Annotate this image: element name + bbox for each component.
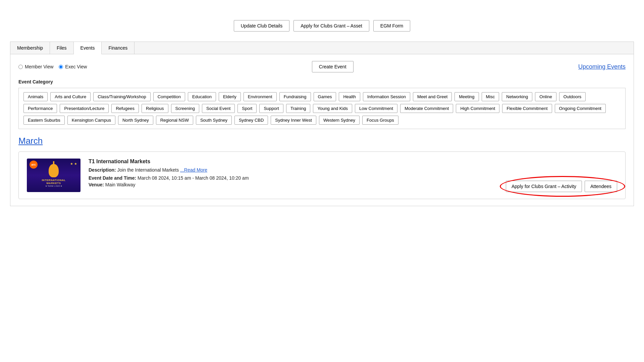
category-tag[interactable]: Animals [23, 92, 48, 101]
member-view-radio-label[interactable]: Member View [18, 64, 53, 69]
tab-membership[interactable]: Membership [10, 42, 50, 54]
venue-value: Main Walkway [105, 182, 136, 187]
market-label: INTERNATIONALMARKETS [42, 179, 65, 185]
category-tag[interactable]: Online [535, 92, 556, 101]
member-view-radio[interactable] [18, 65, 23, 69]
event-date-meta: Event Date and Time: March 08 2024, 10:1… [89, 175, 498, 181]
market-lantern [49, 164, 59, 177]
exec-view-radio[interactable] [59, 65, 63, 69]
event-venue-meta: Venue: Main Walkway [89, 182, 498, 187]
event-category-box: AnimalsArts and CultureClass/Training/Wo… [18, 88, 626, 129]
category-tag[interactable]: North Sydney [118, 116, 153, 125]
category-tag[interactable]: Elderly [219, 92, 241, 101]
category-tag[interactable]: Screening [171, 104, 200, 113]
events-tab-content: Member View Exec View Create Event Upcom… [10, 54, 634, 206]
tab-bar: Membership Files Events Finances [10, 42, 634, 54]
exec-view-radio-label[interactable]: Exec View [59, 64, 87, 69]
category-tag[interactable]: Misc [482, 92, 499, 101]
top-actions-bar: Update Club Details Apply for Clubs Gran… [0, 0, 644, 42]
category-tag[interactable]: Competition [153, 92, 185, 101]
category-tag[interactable]: Kensington Campus [67, 116, 115, 125]
category-tag[interactable]: Sydney CBD [234, 116, 268, 125]
venue-label: Venue: [89, 182, 104, 187]
tab-finances[interactable]: Finances [102, 42, 135, 54]
tab-files[interactable]: Files [50, 42, 74, 54]
market-stars: ★ ★ [70, 162, 77, 166]
category-tag[interactable]: High Commitment [456, 104, 499, 113]
category-tag[interactable]: Class/Training/Workshop [93, 92, 151, 101]
category-tag[interactable]: Information Session [363, 92, 410, 101]
event-description: Description: Join the International Mark… [89, 167, 498, 173]
member-view-label: Member View [25, 64, 53, 69]
category-tag[interactable]: Low Commitment [355, 104, 397, 113]
egm-form-button[interactable]: EGM Form [373, 20, 410, 32]
category-tag[interactable]: Presentation/Lecture [60, 104, 109, 113]
event-category-heading: Event Category [18, 79, 626, 84]
category-tag[interactable]: Education [188, 92, 216, 101]
read-more-link[interactable]: ...Read More [180, 167, 207, 173]
category-tag[interactable]: Regional NSW [156, 116, 193, 125]
category-tag[interactable]: Flexible Commitment [502, 104, 552, 113]
event-card: arc ★ ★ INTERNATIONALMARKETS ★ TERM 1 20… [18, 152, 626, 199]
category-tag[interactable]: Games [314, 92, 336, 101]
view-toggle-row: Member View Exec View Create Event Upcom… [18, 61, 626, 72]
category-tag[interactable]: Western Sydney [319, 116, 360, 125]
view-radio-group: Member View Exec View [18, 64, 87, 69]
exec-view-label: Exec View [65, 64, 87, 69]
category-tag[interactable]: Focus Groups [362, 116, 398, 125]
category-tag[interactable]: Training [286, 104, 310, 113]
date-value: March 08 2024, 10:15 am - March 08 2024,… [138, 175, 249, 181]
category-tag[interactable]: Outdoors [559, 92, 586, 101]
category-tag[interactable]: South Sydney [196, 116, 232, 125]
apply-for-clubs-grant-asset-button[interactable]: Apply for Clubs Grant – Asset [293, 20, 369, 32]
upcoming-events-link[interactable]: Upcoming Events [578, 63, 626, 70]
date-label: Event Date and Time: [89, 175, 136, 181]
event-title: T1 International Markets [89, 159, 498, 165]
main-container: Membership Files Events Finances Member … [10, 42, 634, 206]
event-actions-row: Apply for Clubs Grant – Activity Attende… [506, 181, 617, 192]
attendees-button[interactable]: Attendees [585, 181, 617, 192]
category-tag[interactable]: Young and Kids [313, 104, 352, 113]
description-label: Description: [89, 167, 116, 173]
event-actions: Apply for Clubs Grant – Activity Attende… [506, 181, 617, 192]
category-tag[interactable]: Networking [502, 92, 532, 101]
arc-logo: arc [30, 161, 38, 169]
apply-for-clubs-grant-activity-button[interactable]: Apply for Clubs Grant – Activity [506, 181, 582, 192]
month-heading[interactable]: March [18, 136, 626, 146]
category-tag[interactable]: Meet and Greet [413, 92, 452, 101]
category-tag[interactable]: Fundraising [279, 92, 311, 101]
category-tag[interactable]: Moderate Commitment [400, 104, 453, 113]
category-tag[interactable]: Support [259, 104, 283, 113]
description-text: Join the International Markets [117, 167, 179, 173]
category-tag[interactable]: Environment [244, 92, 277, 101]
category-tag[interactable]: Social Event [202, 104, 235, 113]
create-event-button[interactable]: Create Event [312, 61, 354, 72]
category-tag[interactable]: Performance [23, 104, 57, 113]
category-tag[interactable]: Health [339, 92, 360, 101]
category-tag[interactable]: Religious [142, 104, 168, 113]
update-club-details-button[interactable]: Update Club Details [234, 20, 290, 32]
market-subtext: ★ TERM 1 2024 ★ [45, 185, 62, 187]
category-tag[interactable]: Sydney Inner West [271, 116, 316, 125]
view-toggle-left: Member View Exec View [18, 64, 87, 69]
category-tag[interactable]: Meeting [454, 92, 479, 101]
category-tag[interactable]: Eastern Suburbs [23, 116, 65, 125]
category-tags-container: AnimalsArts and CultureClass/Training/Wo… [23, 92, 621, 125]
event-image: arc ★ ★ INTERNATIONALMARKETS ★ TERM 1 20… [27, 159, 80, 192]
category-tag[interactable]: Ongoing Commitment [555, 104, 606, 113]
event-details: T1 International Markets Description: Jo… [89, 159, 498, 189]
tab-events[interactable]: Events [74, 42, 102, 54]
category-tag[interactable]: Refugees [111, 104, 139, 113]
category-tag[interactable]: Sport [237, 104, 257, 113]
category-tag[interactable]: Arts and Culture [50, 92, 91, 101]
